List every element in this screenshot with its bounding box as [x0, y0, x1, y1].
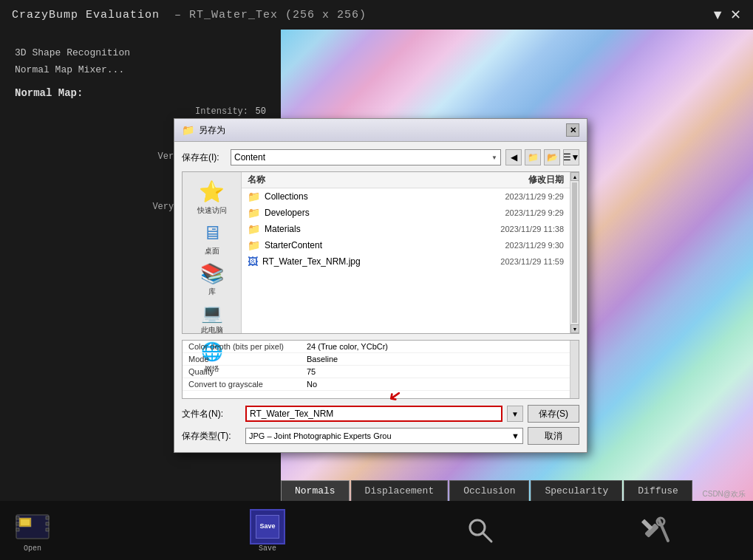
svg-rect-5	[16, 522, 19, 525]
nav-desktop[interactable]: 🖥 桌面	[202, 222, 222, 256]
titlebar-controls: ▼ ✕	[711, 7, 741, 23]
filename-dropdown-arrow[interactable]: ▼	[507, 406, 523, 422]
svg-rect-4	[16, 516, 19, 519]
props-key-mode: Mode	[188, 355, 307, 363]
savetype-dropdown[interactable]: JPG – Joint Photographic Experts Grou ▼	[245, 428, 523, 444]
nav-view-button[interactable]: ☰▼	[563, 149, 579, 165]
scrollbar-up-arrow[interactable]: ▲	[570, 172, 579, 181]
props-key-colordepth: Color depth (bits per pixel)	[188, 342, 307, 351]
file-row-materials[interactable]: 📁 Materials 2023/11/29 11:38	[242, 221, 570, 237]
save-button[interactable]: Save Save	[250, 509, 285, 553]
taskbar: Open Save Save	[0, 501, 753, 560]
nav-computer[interactable]: 💻 此电脑	[201, 303, 223, 335]
nav-library[interactable]: 📚 库	[200, 262, 224, 297]
savetype-arrow-icon: ▼	[511, 431, 519, 440]
search-button[interactable]	[463, 513, 498, 548]
file-row-collections[interactable]: 📁 Collections 2023/11/29 9:29	[242, 188, 570, 205]
dialog-titlebar: 📁 另存为 ✕	[174, 119, 587, 142]
open-label: Open	[24, 544, 41, 553]
param-row-intensity: Intensity: 50	[15, 106, 266, 117]
quick-access-icon: ⭐	[199, 180, 225, 204]
svg-rect-9	[46, 528, 49, 531]
props-val-quality: 75	[307, 367, 316, 376]
svg-line-11	[483, 533, 491, 542]
titlebar-title: CrazyBump Evaluation – RT_Water_Tex (256…	[12, 9, 367, 21]
file-date-developers: 2023/11/29 9:29	[505, 208, 564, 217]
normal-map-label: Normal Map:	[15, 87, 266, 99]
tab-displacement[interactable]: Displacement	[351, 480, 449, 501]
file-list-scrollbar[interactable]: ▲ ▼	[570, 172, 579, 333]
intensity-label: Intensity:	[195, 106, 248, 117]
folder-icon-materials: 📁	[248, 223, 260, 235]
section1-label: 3D Shape Recognition	[15, 47, 266, 58]
props-val-colordepth: 24 (True color, YCbCr)	[307, 342, 388, 351]
savetype-label: 保存类型(T):	[182, 430, 241, 443]
folder-icon-collections: 📁	[248, 191, 260, 202]
dialog-toolbar: ◀ 📁 📂 ☰▼	[505, 149, 579, 165]
search-icon	[463, 513, 498, 548]
dialog-folder-icon: 📁	[182, 124, 194, 136]
filename-row: 文件名(N): ▼ 保存(S)	[182, 405, 579, 423]
app-title: CrazyBump Evaluation	[12, 9, 160, 21]
tools-icon	[638, 513, 674, 548]
scrollbar-down-arrow[interactable]: ▼	[570, 324, 579, 333]
file-date-nrm: 2023/11/29 11:59	[500, 257, 564, 266]
file-name-starter: StarterContent	[265, 240, 500, 250]
savetype-value: JPG – Joint Photographic Experts Grou	[249, 431, 392, 440]
desktop-icon: 🖥	[202, 222, 222, 245]
tools-button[interactable]	[638, 513, 674, 548]
file-list-scroll[interactable]: 📁 Collections 2023/11/29 9:29 📁 Develope…	[242, 188, 570, 333]
library-icon: 📚	[200, 262, 224, 285]
open-icon	[15, 509, 50, 544]
tab-diffuse[interactable]: Diffuse	[624, 480, 692, 501]
svg-rect-6	[16, 528, 19, 531]
file-name-nrm: RT_Water_Tex_NRM.jpg	[262, 256, 496, 267]
section2-label: Normal Map Mixer...	[15, 64, 266, 75]
file-date-starter: 2023/11/29 9:30	[505, 241, 564, 250]
dialog-save-button[interactable]: 保存(S)	[528, 405, 579, 423]
quick-access-label: 快速访问	[197, 205, 227, 216]
folder-icon-starter: 📁	[248, 239, 260, 251]
computer-icon: 💻	[201, 303, 223, 324]
tab-specularity[interactable]: Specularity	[531, 480, 622, 501]
props-scrollbar[interactable]	[570, 341, 579, 398]
file-name-materials: Materials	[265, 224, 496, 234]
watermark: CSDN@欢乐	[703, 489, 746, 499]
nav-new-folder-button[interactable]: 📂	[544, 149, 560, 165]
props-row-grayscale: Convert to grayscale No	[183, 378, 570, 391]
filename-input[interactable]	[245, 406, 502, 422]
dialog-close-button[interactable]: ✕	[566, 123, 579, 137]
savetype-row: 保存类型(T): JPG – Joint Photographic Expert…	[182, 427, 579, 445]
tab-normals[interactable]: Normals	[281, 480, 350, 501]
svg-rect-7	[46, 516, 49, 519]
save-icon: Save	[250, 509, 285, 544]
header-name: 名称	[248, 174, 265, 186]
file-area: ⭐ 快速访问 🖥 桌面 📚 库 💻 此电脑 🌐 网络	[182, 171, 579, 334]
file-row-developers[interactable]: 📁 Developers 2023/11/29 9:29	[242, 205, 570, 221]
tab-occlusion[interactable]: Occlusion	[449, 480, 529, 501]
open-button[interactable]: Open	[15, 509, 50, 553]
save-location-dropdown[interactable]: Content ▼	[231, 149, 501, 165]
titlebar: CrazyBump Evaluation – RT_Water_Tex (256…	[0, 0, 753, 30]
dialog-title-left: 📁 另存为	[182, 124, 225, 137]
save-dialog: 📁 另存为 ✕ 保存在(I): Content ▼ ◀ 📁 📂 ☰▼	[174, 118, 587, 453]
app-subtitle: – RT_Water_Tex (256 x 256)	[174, 9, 367, 21]
file-row-starter[interactable]: 📁 StarterContent 2023/11/29 9:30	[242, 237, 570, 253]
nav-back-button[interactable]: ◀	[505, 149, 522, 165]
svg-rect-8	[46, 522, 49, 525]
file-date-collections: 2023/11/29 9:29	[505, 192, 564, 201]
props-key-grayscale: Convert to grayscale	[188, 380, 307, 389]
nav-up-button[interactable]: 📁	[525, 149, 541, 165]
minimize-button[interactable]: ▼	[711, 7, 724, 23]
svg-rect-13	[641, 519, 653, 530]
props-list: Color depth (bits per pixel) 24 (True co…	[183, 341, 570, 398]
nav-quick-access[interactable]: ⭐ 快速访问	[197, 180, 227, 216]
dialog-cancel-button[interactable]: 取消	[528, 427, 579, 445]
file-icon-nrm: 🖼	[248, 256, 258, 267]
intensity-value: 50	[251, 106, 266, 117]
dialog-left-nav: ⭐ 快速访问 🖥 桌面 📚 库 💻 此电脑 🌐 网络	[183, 172, 242, 333]
close-button[interactable]: ✕	[730, 7, 741, 23]
scrollbar-thumb[interactable]	[572, 182, 577, 323]
file-row-nrm[interactable]: 🖼 RT_Water_Tex_NRM.jpg 2023/11/29 11:59	[242, 253, 570, 270]
file-name-developers: Developers	[265, 208, 500, 218]
